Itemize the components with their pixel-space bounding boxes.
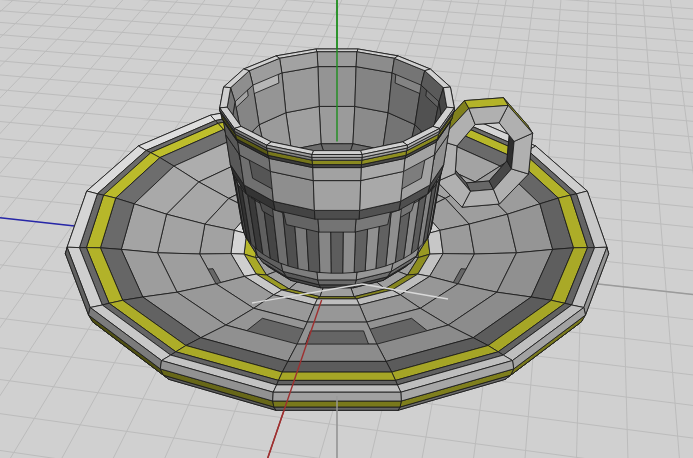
model-face bbox=[288, 344, 386, 361]
model-face bbox=[282, 67, 319, 113]
model-face bbox=[313, 165, 362, 168]
model-face bbox=[355, 67, 392, 113]
3d-viewport[interactable] bbox=[0, 0, 693, 458]
model-face bbox=[286, 106, 321, 149]
model-face bbox=[312, 151, 362, 155]
viewport-canvas[interactable] bbox=[0, 0, 693, 458]
model-face bbox=[307, 305, 366, 322]
model-face bbox=[353, 106, 388, 149]
model-face bbox=[318, 280, 356, 285]
model-face bbox=[313, 181, 360, 211]
model-face bbox=[312, 160, 362, 164]
model-face bbox=[312, 155, 362, 158]
model-face bbox=[314, 210, 359, 219]
model-face bbox=[313, 168, 361, 181]
